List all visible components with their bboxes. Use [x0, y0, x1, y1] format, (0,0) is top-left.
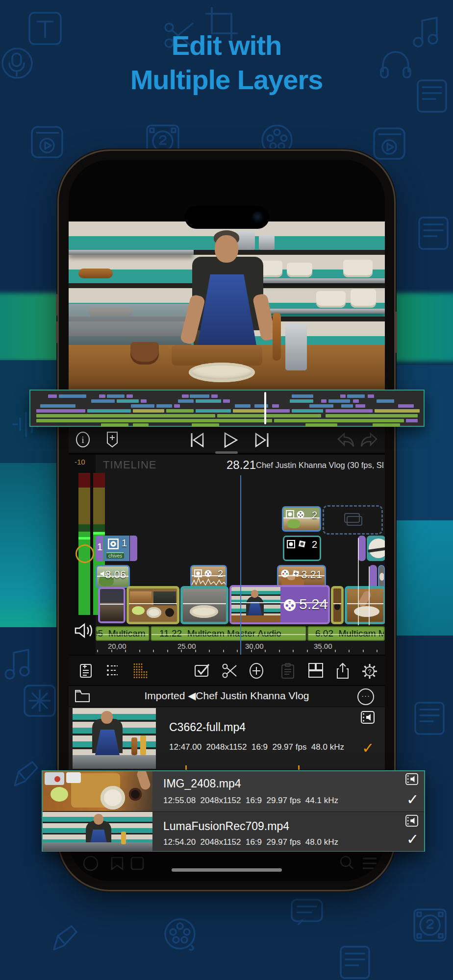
clip-level-line — [100, 604, 124, 605]
add-marker-icon[interactable] — [106, 431, 119, 450]
audio-track-segment[interactable]: 05 Multicam — [96, 626, 150, 641]
overview-clip-bar — [59, 394, 86, 398]
library-header: Imported ◀Chef Justin Khanna Vlog ··· — [69, 686, 385, 707]
thumbnail-art — [287, 519, 300, 528]
media-name: IMG_2408.mp4 — [163, 777, 241, 790]
overview-clip-bar — [341, 404, 353, 408]
media-list-item[interactable]: IMG_2408.mp4 12:55.08 2048x1152 16:9 29.… — [43, 771, 424, 811]
timeline-clip-main-524[interactable]: 5.24 — [229, 585, 330, 624]
timeline-clip-title-right[interactable] — [130, 536, 137, 561]
undo-icon[interactable] — [334, 431, 355, 452]
timeline-clip-title[interactable]: 1 chives — [103, 536, 129, 561]
timeline-clip-purple-sliver[interactable] — [358, 536, 366, 561]
overview-clip-bar — [101, 423, 128, 427]
timeline-playhead[interactable] — [240, 475, 241, 655]
overview-clip-bar — [166, 409, 194, 413]
timeline-clip-title-left[interactable]: 1 — [96, 536, 103, 561]
timeline-clip-broll-321[interactable]: 3.21 — [277, 565, 326, 588]
settings-help-gear-icon[interactable]: ? — [361, 662, 378, 682]
ruler-label: 30,00 — [245, 642, 264, 650]
media-popout-panel: IMG_2408.mp4 12:55.08 2048x1152 16:9 29.… — [42, 770, 425, 852]
timeline-overview-strip[interactable] — [29, 390, 425, 427]
share-icon[interactable] — [335, 662, 350, 681]
timeline-clip-audio-306[interactable]: 3.06 — [96, 565, 130, 588]
audio-track-segment[interactable]: 11.22 Multicam Master Audio — [151, 626, 306, 641]
clip-edge-guide — [369, 566, 370, 625]
background-glow-left-teal — [0, 461, 64, 627]
audio-track-segment[interactable]: 6.02 Multicam M — [307, 626, 385, 641]
timeline-clip-midroll[interactable]: 2 — [190, 565, 227, 588]
clip-number: 1 — [97, 541, 102, 553]
play-icon[interactable] — [223, 431, 238, 451]
volume-knob[interactable] — [76, 544, 94, 563]
timeline-duration: 28.21 — [226, 458, 256, 472]
overview-clip-bar — [141, 399, 147, 403]
overview-clip-bar — [309, 404, 333, 408]
audio-meters[interactable]: -10 — [69, 455, 96, 655]
filmstrip-icon — [343, 513, 362, 527]
thumbnail-art — [94, 814, 103, 825]
thumbnail-art — [129, 788, 142, 801]
ruler-label: 25.00 — [177, 642, 196, 650]
ruler-tick — [153, 650, 154, 652]
overview-clip-bar — [133, 409, 164, 413]
skip-forward-icon[interactable] — [254, 431, 271, 451]
panel-drag-handle[interactable] — [215, 451, 238, 454]
media-thumbnail — [43, 812, 152, 851]
audio-mixer-icon[interactable] — [132, 662, 149, 681]
page-title-line1: Edit with — [0, 28, 453, 63]
redo-icon[interactable] — [360, 431, 380, 452]
track-list-icon[interactable] — [105, 662, 120, 680]
thumbnail-art — [231, 615, 280, 623]
add-track-icon[interactable] — [78, 662, 93, 680]
phone-volume-down-button — [56, 321, 59, 343]
more-options-icon[interactable]: ··· — [357, 688, 374, 705]
layout-icon[interactable] — [308, 662, 325, 680]
chat-doodle-icon — [289, 896, 326, 931]
thumbnail-art — [316, 291, 346, 308]
background-glow-right-teal — [392, 520, 453, 636]
timeline-clip-fx[interactable]: 2 — [283, 536, 321, 561]
home-indicator[interactable] — [172, 868, 282, 872]
overview-clip-bar — [292, 409, 323, 413]
meter-peak-right — [93, 532, 105, 535]
source-icon — [287, 540, 295, 548]
skip-back-icon[interactable] — [189, 431, 206, 451]
video-preview[interactable] — [69, 221, 385, 393]
timeline-clip-main-olive-sliver[interactable] — [331, 586, 344, 624]
note-doodle-icon — [2, 647, 39, 682]
add-clip-icon[interactable] — [248, 662, 265, 681]
select-check-icon[interactable] — [194, 662, 211, 680]
overview-clip-bar — [233, 409, 264, 413]
thumbnail-art — [189, 363, 255, 382]
overview-clip-bar — [36, 409, 85, 413]
ruler-tick — [97, 650, 98, 652]
audio-waveform-line — [97, 634, 149, 635]
video-audio-icon — [405, 815, 418, 829]
clip-level-line — [231, 602, 328, 603]
clip-number: 1 — [122, 538, 127, 549]
overview-clip-bar — [174, 404, 180, 408]
thumbnail-art — [251, 590, 258, 598]
overview-clip-bar — [223, 399, 230, 403]
clip-drop-target[interactable] — [323, 505, 383, 535]
speaker-icon[interactable] — [74, 621, 94, 642]
overview-clip-bar — [373, 423, 400, 427]
timeline-clip-main-purple-sm[interactable] — [98, 587, 126, 623]
overview-clip-bar — [321, 399, 326, 403]
media-list-item[interactable]: C3662-full.mp4 12:47.00 2048x1152 16:9 2… — [69, 707, 385, 770]
timeline-clip-logo[interactable] — [367, 536, 385, 561]
paste-icon[interactable] — [280, 662, 295, 681]
scissors-icon[interactable] — [222, 662, 238, 681]
timeline-clip-main-teal2[interactable] — [345, 586, 385, 624]
meter-scale-label: -10 — [75, 458, 85, 466]
overview-clip-bar — [217, 414, 322, 417]
info-icon[interactable]: i — [76, 431, 90, 450]
overview-playhead[interactable] — [264, 392, 266, 424]
timeline-clip-overlay[interactable]: 2 — [282, 506, 321, 532]
timeline-clip-main-olive[interactable] — [126, 586, 179, 624]
video-audio-icon — [361, 711, 375, 726]
timeline-clip-main-teal[interactable] — [180, 586, 228, 624]
media-list-item[interactable]: LumaFusionRec709.mp4 12:54.20 2048x1152 … — [43, 811, 424, 851]
ruler-tick — [195, 650, 196, 652]
